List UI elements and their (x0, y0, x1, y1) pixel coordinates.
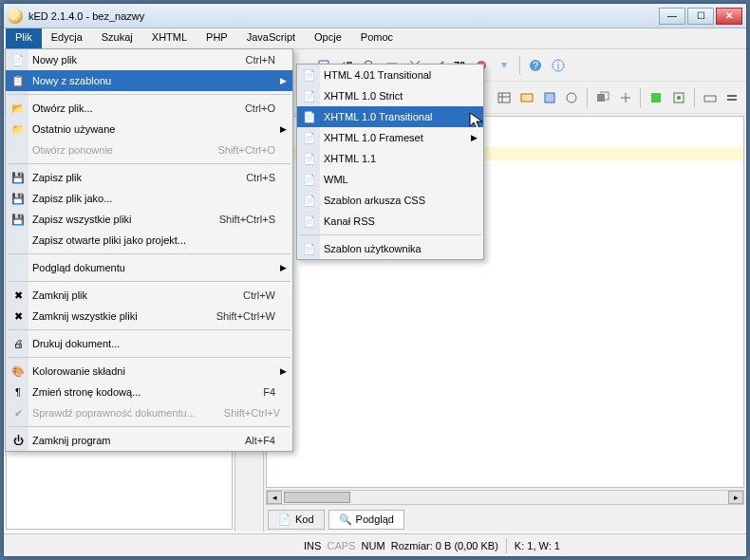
svg-point-9 (567, 93, 576, 103)
svg-text:i: i (557, 60, 559, 71)
toolbar-button[interactable] (539, 87, 560, 108)
svg-rect-12 (651, 93, 661, 103)
menu-edycja[interactable]: Edycja (42, 28, 92, 48)
menu-new-from-template[interactable]: 📋Nowy z szablonu▶ (6, 70, 292, 91)
menu-close-file[interactable]: ✖Zamknij plikCtrl+W (6, 285, 292, 306)
template-submenu: 📄HTML 4.01 Transitional 📄XHTML 1.0 Stric… (296, 64, 484, 260)
help-icon[interactable]: ? (525, 55, 546, 76)
css-icon: 📄 (301, 195, 318, 207)
menubar: Plik Edycja Szukaj XHTML PHP JavaScript … (4, 28, 746, 49)
submenu-user-template[interactable]: 📄Szablon użytkownika (297, 238, 483, 259)
menu-xhtml[interactable]: XHTML (142, 28, 197, 48)
encoding-icon: ¶ (9, 386, 27, 398)
menu-save[interactable]: 💾Zapisz plikCtrl+S (6, 167, 292, 188)
close-all-icon: ✖ (9, 310, 27, 323)
close-button[interactable]: ✕ (716, 8, 742, 25)
menu-szukaj[interactable]: Szukaj (92, 28, 142, 48)
scroll-thumb[interactable] (284, 492, 350, 503)
titlebar[interactable]: kED 2.1.4.0 - bez_nazwy — ☐ ✕ (4, 4, 746, 28)
menu-validate: ✔Sprawdź poprawność dokumentu...Shift+Ct… (6, 402, 292, 423)
svg-text:?: ? (533, 60, 538, 71)
toolbar-button[interactable] (700, 87, 721, 108)
toolbar-button[interactable] (495, 87, 516, 108)
menu-pomoc[interactable]: Pomoc (351, 28, 403, 48)
toolbar-button[interactable] (722, 87, 742, 108)
menu-php[interactable]: PHP (197, 28, 237, 48)
doc-icon: 📄 (301, 132, 318, 144)
save-as-icon: 💾 (9, 193, 27, 205)
file-menu: 📄Nowy plikCtrl+N 📋Nowy z szablonu▶ 📂Otwó… (5, 48, 293, 452)
menu-save-as[interactable]: 💾Zapisz plik jako... (6, 188, 292, 209)
menu-reopen: Otwórz ponownieShift+Ctrl+O (6, 140, 292, 160)
validate-icon: ✔ (9, 407, 27, 420)
save-all-icon: 💾 (9, 214, 27, 226)
doc-icon: 📄 (301, 111, 318, 123)
exit-icon: ⏻ (9, 435, 27, 446)
doc-icon: 📄 (301, 153, 318, 165)
app-icon (8, 9, 23, 24)
window-title: kED 2.1.4.0 - bez_nazwy (28, 10, 659, 22)
submenu-xhtml1-frameset[interactable]: 📄XHTML 1.0 Frameset▶ (297, 127, 483, 148)
menu-recent[interactable]: 📁Ostatnio używane▶ (6, 119, 292, 140)
horizontal-scrollbar[interactable]: ◂ ▸ (266, 490, 744, 505)
submenu-html401[interactable]: 📄HTML 4.01 Transitional (297, 65, 483, 85)
minimize-button[interactable]: — (659, 8, 685, 25)
toolbar-button[interactable] (615, 87, 636, 108)
rss-icon: 📄 (301, 215, 318, 228)
toolbar-button[interactable] (516, 87, 537, 108)
submenu-css[interactable]: 📄Szablon arkusza CSS (297, 190, 483, 211)
tab-kod[interactable]: 📄Kod (268, 510, 325, 530)
scroll-left[interactable]: ◂ (267, 491, 282, 504)
status-pos: K: 1, W: 1 (515, 540, 560, 551)
menu-save-project[interactable]: Zapisz otwarte pliki jako projekt... (6, 230, 292, 251)
menu-open[interactable]: 📂Otwórz plik...Ctrl+O (6, 98, 292, 119)
toolbar-button[interactable] (494, 55, 515, 76)
toolbar-button[interactable] (562, 87, 583, 108)
menu-opcje[interactable]: Opcje (305, 28, 351, 48)
status-ins: INS (304, 540, 321, 551)
menu-print[interactable]: 🖨Drukuj dokument... (6, 333, 292, 354)
menu-close-all[interactable]: ✖Zamknij wszystkie plikiShift+Ctrl+W (6, 306, 292, 327)
toolbar-button[interactable] (646, 87, 666, 108)
submenu-xhtml11[interactable]: 📄XHTML 1.1 (297, 148, 483, 169)
submenu-wml[interactable]: 📄WML (297, 169, 483, 190)
status-num: NUM (362, 540, 385, 551)
status-size: Rozmiar: 0 B (0,00 KB) (391, 540, 498, 551)
svg-point-14 (677, 96, 681, 100)
menu-javascript[interactable]: JavaScript (237, 28, 305, 48)
template-icon: 📋 (9, 75, 27, 87)
menu-syntax[interactable]: 🎨Kolorowanie składni▶ (6, 361, 292, 382)
code-icon: 📄 (278, 513, 291, 526)
print-icon: 🖨 (9, 338, 27, 349)
menu-save-all[interactable]: 💾Zapisz wszystkie plikiShift+Ctrl+S (6, 209, 292, 230)
toolbar-button[interactable] (668, 87, 689, 108)
submenu-rss[interactable]: 📄Kanał RSS (297, 211, 483, 232)
toolbar-button[interactable] (592, 87, 613, 108)
submenu-xhtml1-strict[interactable]: 📄XHTML 1.0 Strict (297, 85, 483, 106)
svg-rect-16 (727, 99, 737, 101)
doc-icon: 📄 (301, 90, 318, 103)
folder-open-icon: 📂 (9, 103, 27, 115)
maximize-button[interactable]: ☐ (687, 8, 714, 25)
scroll-right[interactable]: ▸ (728, 491, 743, 504)
svg-rect-6 (498, 93, 510, 103)
tab-podglad[interactable]: 🔍Podgląd (328, 510, 404, 530)
svg-rect-8 (545, 93, 554, 103)
doc-icon: 📄 (301, 69, 318, 82)
svg-rect-15 (727, 95, 737, 97)
menu-exit[interactable]: ⏻Zamknij programAlt+F4 (6, 430, 292, 451)
palette-icon: 🎨 (9, 365, 27, 378)
status-caps: CAPS (327, 540, 355, 551)
folder-icon: 📁 (9, 123, 27, 136)
menu-codepage[interactable]: ¶Zmień stronę kodową...F4 (6, 382, 292, 402)
svg-rect-7 (521, 94, 533, 102)
info-icon[interactable]: i (548, 55, 569, 76)
submenu-xhtml1-transitional[interactable]: 📄XHTML 1.0 Transitional (297, 106, 483, 127)
save-icon: 💾 (9, 172, 27, 184)
preview-icon: 🔍 (339, 513, 352, 526)
statusbar: INS CAPS NUM Rozmiar: 0 B (0,00 KB) K: 1… (4, 533, 746, 556)
menu-plik[interactable]: Plik (6, 28, 42, 48)
menu-preview[interactable]: Podgląd dokumentu▶ (6, 257, 292, 278)
menu-new-file[interactable]: 📄Nowy plikCtrl+N (6, 49, 292, 70)
file-icon: 📄 (9, 54, 27, 66)
